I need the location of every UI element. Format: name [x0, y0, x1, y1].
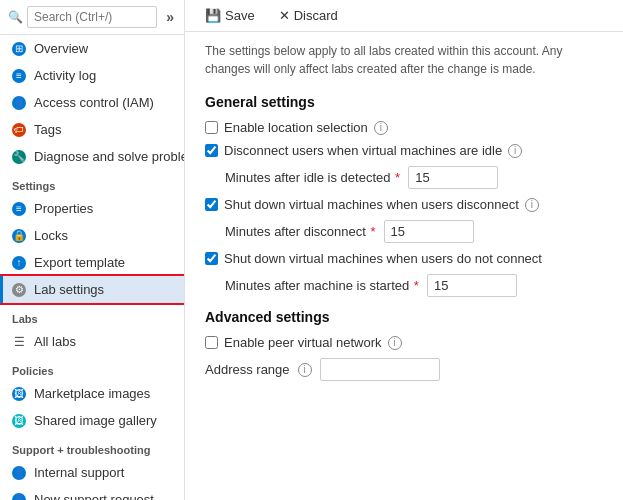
- shutdown-noconnect-label: Shut down virtual machines when users do…: [224, 251, 542, 266]
- section-label-labs: Labs: [0, 303, 184, 328]
- properties-icon: ≡: [12, 202, 26, 216]
- peer-vnet-checkbox[interactable]: [205, 336, 218, 349]
- search-input[interactable]: [27, 6, 157, 28]
- minutes-started-input[interactable]: [427, 274, 517, 297]
- shutdown-noconnect-row: Shut down virtual machines when users do…: [205, 251, 603, 266]
- collapse-sidebar-button[interactable]: »: [164, 9, 176, 25]
- enable-location-row: Enable location selection i: [205, 120, 603, 135]
- minutes-disconnect-input[interactable]: [384, 220, 474, 243]
- sidebar-item-tags[interactable]: 🏷 Tags: [0, 116, 184, 143]
- activity-log-icon: ≡: [12, 69, 26, 83]
- sidebar-item-lab-settings[interactable]: ⚙ Lab settings: [0, 276, 184, 303]
- address-range-info-icon: i: [298, 363, 312, 377]
- shutdown-disconnect-row: Shut down virtual machines when users di…: [205, 197, 603, 212]
- marketplace-icon: 🖼: [12, 387, 26, 401]
- peer-vnet-label: Enable peer virtual network: [224, 335, 382, 350]
- sidebar-item-new-support-request[interactable]: 👤 New support request: [0, 486, 184, 500]
- sidebar-item-marketplace-images[interactable]: 🖼 Marketplace images: [0, 380, 184, 407]
- sidebar-item-internal-support[interactable]: 👤 Internal support: [0, 459, 184, 486]
- minutes-disconnect-row: Minutes after disconnect *: [205, 220, 603, 243]
- disconnect-users-info-icon: i: [508, 144, 522, 158]
- section-label-support: Support + troubleshooting: [0, 434, 184, 459]
- all-labs-icon: ☰: [12, 335, 26, 349]
- section-label-policies: Policies: [0, 355, 184, 380]
- enable-location-label: Enable location selection: [224, 120, 368, 135]
- new-support-icon: 👤: [12, 493, 26, 501]
- peer-virtual-network-row: Enable peer virtual network i: [205, 335, 603, 350]
- description-text: The settings below apply to all labs cre…: [205, 42, 603, 78]
- general-settings-title: General settings: [205, 94, 603, 110]
- sidebar-item-export-template[interactable]: ↑ Export template: [0, 249, 184, 276]
- sidebar-item-properties[interactable]: ≡ Properties: [0, 195, 184, 222]
- save-icon: 💾: [205, 8, 221, 23]
- discard-button[interactable]: ✕ Discard: [275, 6, 342, 25]
- sidebar: 🔍 » ⊞ Overview ≡ Activity log 👤 Access c…: [0, 0, 185, 500]
- locks-icon: 🔒: [12, 229, 26, 243]
- minutes-started-row: Minutes after machine is started *: [205, 274, 603, 297]
- address-range-row: Address range i: [205, 358, 603, 381]
- sidebar-item-shared-image-gallery[interactable]: 🖼 Shared image gallery: [0, 407, 184, 434]
- export-icon: ↑: [12, 256, 26, 270]
- address-range-input[interactable]: [320, 358, 440, 381]
- diagnose-icon: 🔧: [12, 150, 26, 164]
- minutes-idle-label: Minutes after idle is detected *: [225, 170, 400, 185]
- disconnect-users-row: Disconnect users when virtual machines a…: [205, 143, 603, 158]
- idle-required-star: *: [391, 170, 400, 185]
- sidebar-item-overview[interactable]: ⊞ Overview: [0, 35, 184, 62]
- sidebar-item-locks[interactable]: 🔒 Locks: [0, 222, 184, 249]
- section-label-settings: Settings: [0, 170, 184, 195]
- toolbar: 💾 Save ✕ Discard: [185, 0, 623, 32]
- peer-vnet-info-icon: i: [388, 336, 402, 350]
- main-panel: 💾 Save ✕ Discard The settings below appl…: [185, 0, 623, 500]
- search-icon: 🔍: [8, 10, 23, 24]
- sidebar-item-all-labs[interactable]: ☰ All labs: [0, 328, 184, 355]
- disconnect-users-label: Disconnect users when virtual machines a…: [224, 143, 502, 158]
- shared-gallery-icon: 🖼: [12, 414, 26, 428]
- discard-icon: ✕: [279, 8, 290, 23]
- enable-location-info-icon: i: [374, 121, 388, 135]
- minutes-idle-row: Minutes after idle is detected *: [205, 166, 603, 189]
- sidebar-item-activity-log[interactable]: ≡ Activity log: [0, 62, 184, 89]
- minutes-started-label: Minutes after machine is started *: [225, 278, 419, 293]
- advanced-settings-title: Advanced settings: [205, 309, 603, 325]
- disconnect-users-checkbox[interactable]: [205, 144, 218, 157]
- shutdown-disconnect-info-icon: i: [525, 198, 539, 212]
- shutdown-disconnect-checkbox[interactable]: [205, 198, 218, 211]
- sidebar-item-diagnose[interactable]: 🔧 Diagnose and solve problems: [0, 143, 184, 170]
- started-required-star: *: [410, 278, 419, 293]
- tags-icon: 🏷: [12, 123, 26, 137]
- shutdown-disconnect-label: Shut down virtual machines when users di…: [224, 197, 519, 212]
- shutdown-noconnect-checkbox[interactable]: [205, 252, 218, 265]
- minutes-disconnect-label: Minutes after disconnect *: [225, 224, 376, 239]
- save-button[interactable]: 💾 Save: [201, 6, 259, 25]
- sidebar-item-access-control[interactable]: 👤 Access control (IAM): [0, 89, 184, 116]
- sidebar-search-container: 🔍 »: [0, 0, 184, 35]
- lab-settings-icon: ⚙: [12, 283, 26, 297]
- internal-support-icon: 👤: [12, 466, 26, 480]
- minutes-idle-input[interactable]: [408, 166, 498, 189]
- overview-icon: ⊞: [12, 42, 26, 56]
- address-range-label: Address range: [205, 362, 290, 377]
- access-control-icon: 👤: [12, 96, 26, 110]
- enable-location-checkbox[interactable]: [205, 121, 218, 134]
- main-content: The settings below apply to all labs cre…: [185, 32, 623, 399]
- disconnect-required-star: *: [367, 224, 376, 239]
